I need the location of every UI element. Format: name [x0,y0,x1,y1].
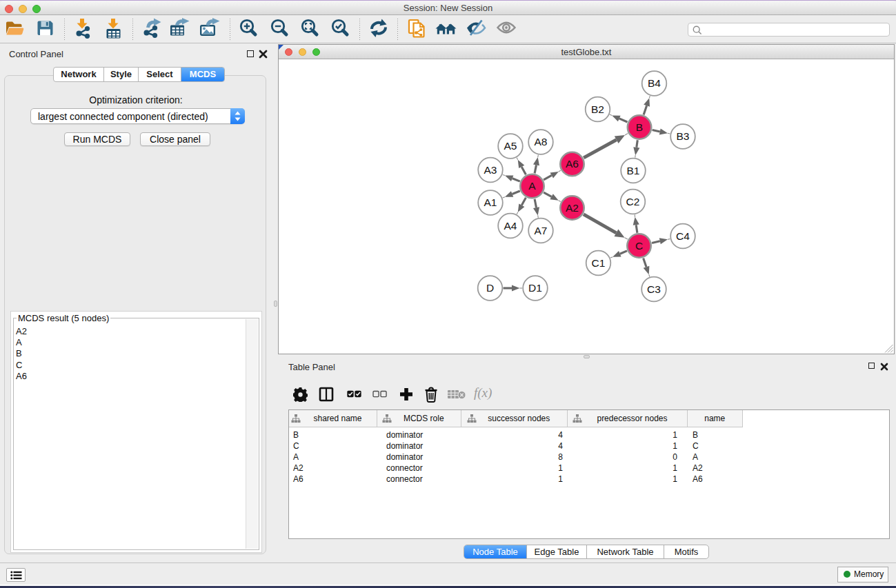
svg-text:C1: C1 [592,257,606,269]
svg-text:C3: C3 [647,283,661,295]
svg-text:A: A [528,180,536,192]
svg-text:A8: A8 [535,136,548,148]
svg-text:A6: A6 [566,158,579,170]
svg-text:B3: B3 [677,130,690,142]
svg-text:C2: C2 [626,196,640,207]
svg-text:B4: B4 [648,77,661,89]
svg-text:B: B [636,121,643,133]
svg-text:C4: C4 [676,230,690,242]
svg-text:B2: B2 [591,103,604,115]
svg-text:D: D [486,282,494,294]
svg-text:A3: A3 [484,164,497,176]
svg-text:A1: A1 [484,196,497,208]
svg-text:A5: A5 [504,140,517,152]
svg-text:A2: A2 [566,202,579,214]
svg-text:B1: B1 [627,165,640,176]
svg-text:C: C [635,240,643,252]
svg-text:D1: D1 [528,282,542,294]
svg-text:A4: A4 [504,220,517,232]
svg-text:A7: A7 [535,225,548,236]
